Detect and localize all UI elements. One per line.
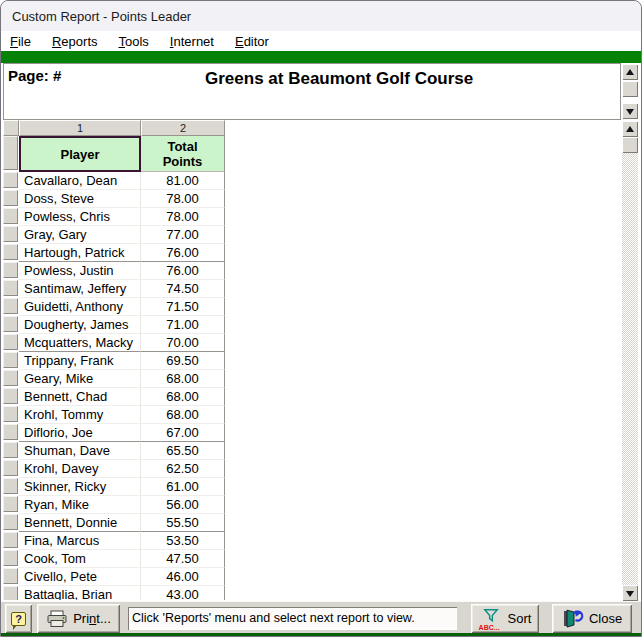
player-cell[interactable]: Powless, Justin [19, 262, 141, 280]
points-cell[interactable]: 71.00 [141, 316, 225, 334]
row-header-cell[interactable] [3, 298, 18, 314]
table-row: Diflorio, Joe67.00 [3, 424, 622, 442]
points-cell[interactable]: 53.50 [141, 532, 225, 550]
menu-item-editor[interactable]: Editor [233, 34, 271, 49]
player-cell[interactable]: Powless, Chris [19, 208, 141, 226]
row-header-cell[interactable] [3, 316, 18, 332]
row-header-cell[interactable] [3, 532, 18, 548]
points-cell[interactable]: 43.00 [141, 586, 225, 600]
menu-item-file[interactable]: File [8, 34, 33, 49]
row-header-cell[interactable] [3, 586, 18, 600]
points-cell[interactable]: 46.00 [141, 568, 225, 586]
column-number-2[interactable]: 2 [141, 120, 225, 136]
player-column-header[interactable]: Player [19, 136, 141, 172]
player-cell[interactable]: Mcquatters, Macky [19, 334, 141, 352]
up-arrow-icon [626, 126, 634, 132]
points-cell[interactable]: 78.00 [141, 208, 225, 226]
total-points-column-header[interactable]: Total Points [141, 136, 225, 172]
scrollbar-track[interactable] [622, 153, 638, 585]
row-header-cell[interactable] [3, 406, 18, 422]
points-cell[interactable]: 71.50 [141, 298, 225, 316]
points-cell[interactable]: 81.00 [141, 172, 225, 190]
grid-corner-cell[interactable] [3, 120, 19, 136]
sort-button[interactable]: ABC... Sort [471, 604, 539, 633]
points-cell[interactable]: 61.00 [141, 478, 225, 496]
player-cell[interactable]: Cook, Tom [19, 550, 141, 568]
table-row: Gray, Gary77.00 [3, 226, 622, 244]
row-header-cell[interactable] [3, 172, 18, 188]
points-cell[interactable]: 70.00 [141, 334, 225, 352]
player-cell[interactable]: Krohl, Tommy [19, 406, 141, 424]
row-header-cell[interactable] [3, 568, 18, 584]
row-header-cell[interactable] [3, 514, 18, 530]
row-header-cell[interactable] [3, 262, 18, 278]
header-scrollbar-thumb[interactable] [622, 81, 638, 97]
player-cell[interactable]: Geary, Mike [19, 370, 141, 388]
row-header-cell[interactable] [3, 136, 18, 170]
points-cell[interactable]: 47.50 [141, 550, 225, 568]
header-scroll-up-button[interactable] [622, 64, 638, 80]
row-header-cell[interactable] [3, 190, 18, 206]
player-cell[interactable]: Dougherty, James [19, 316, 141, 334]
points-cell[interactable]: 76.00 [141, 262, 225, 280]
row-header-cell[interactable] [3, 496, 18, 512]
player-cell[interactable]: Fina, Marcus [19, 532, 141, 550]
points-cell[interactable]: 56.00 [141, 496, 225, 514]
header-scroll-down-button[interactable] [622, 103, 638, 119]
points-cell[interactable]: 65.50 [141, 442, 225, 460]
points-cell[interactable]: 68.00 [141, 388, 225, 406]
row-header-cell[interactable] [3, 226, 18, 242]
points-cell[interactable]: 68.00 [141, 406, 225, 424]
close-button[interactable]: Close [552, 604, 632, 633]
player-cell[interactable]: Diflorio, Joe [19, 424, 141, 442]
row-header-cell[interactable] [3, 550, 18, 566]
row-header-cell[interactable] [3, 352, 18, 368]
print-button[interactable]: Print... [37, 604, 120, 633]
row-header-cell[interactable] [3, 280, 18, 296]
points-cell[interactable]: 69.50 [141, 352, 225, 370]
player-cell[interactable]: Gray, Gary [19, 226, 141, 244]
row-header-cell[interactable] [3, 424, 18, 440]
player-cell[interactable]: Krohl, Davey [19, 460, 141, 478]
menu-item-reports[interactable]: Reports [50, 34, 100, 49]
row-header-cell[interactable] [3, 334, 18, 350]
player-cell[interactable]: Skinner, Ricky [19, 478, 141, 496]
row-header-cell[interactable] [3, 460, 18, 476]
row-header-cell[interactable] [3, 388, 18, 404]
player-cell[interactable]: Bennett, Donnie [19, 514, 141, 532]
exit-door-icon [562, 609, 584, 628]
points-cell[interactable]: 77.00 [141, 226, 225, 244]
player-cell[interactable]: Bennett, Chad [19, 388, 141, 406]
player-cell[interactable]: Cavallaro, Dean [19, 172, 141, 190]
points-cell[interactable]: 74.50 [141, 280, 225, 298]
points-cell[interactable]: 76.00 [141, 244, 225, 262]
player-cell[interactable]: Guidetti, Anthony [19, 298, 141, 316]
player-cell[interactable]: Santimaw, Jeffery [19, 280, 141, 298]
player-cell[interactable]: Ryan, Mike [19, 496, 141, 514]
points-cell[interactable]: 68.00 [141, 370, 225, 388]
table-row: Bennett, Donnie55.50 [3, 514, 622, 532]
menu-item-tools[interactable]: Tools [117, 34, 151, 49]
points-cell[interactable]: 67.00 [141, 424, 225, 442]
player-cell[interactable]: Hartough, Patrick [19, 244, 141, 262]
scroll-down-button[interactable] [622, 585, 638, 601]
player-cell[interactable]: Battaglia, Brian [19, 586, 141, 600]
scroll-up-button[interactable] [622, 121, 638, 137]
row-header-cell[interactable] [3, 442, 18, 458]
menu-item-internet[interactable]: Internet [168, 34, 216, 49]
help-button[interactable]: ? [5, 604, 32, 633]
points-cell[interactable]: 55.50 [141, 514, 225, 532]
player-cell[interactable]: Civello, Pete [19, 568, 141, 586]
row-header-cell[interactable] [3, 370, 18, 386]
row-header-cell[interactable] [3, 478, 18, 494]
scrollbar-thumb[interactable] [622, 137, 638, 153]
row-header-cell[interactable] [3, 244, 18, 260]
player-cell[interactable]: Doss, Steve [19, 190, 141, 208]
column-number-1[interactable]: 1 [19, 120, 141, 136]
player-cell[interactable]: Shuman, Dave [19, 442, 141, 460]
report-title: Greens at Beaumont Golf Course [205, 69, 473, 89]
player-cell[interactable]: Trippany, Frank [19, 352, 141, 370]
points-cell[interactable]: 62.50 [141, 460, 225, 478]
points-cell[interactable]: 78.00 [141, 190, 225, 208]
row-header-cell[interactable] [3, 208, 18, 224]
